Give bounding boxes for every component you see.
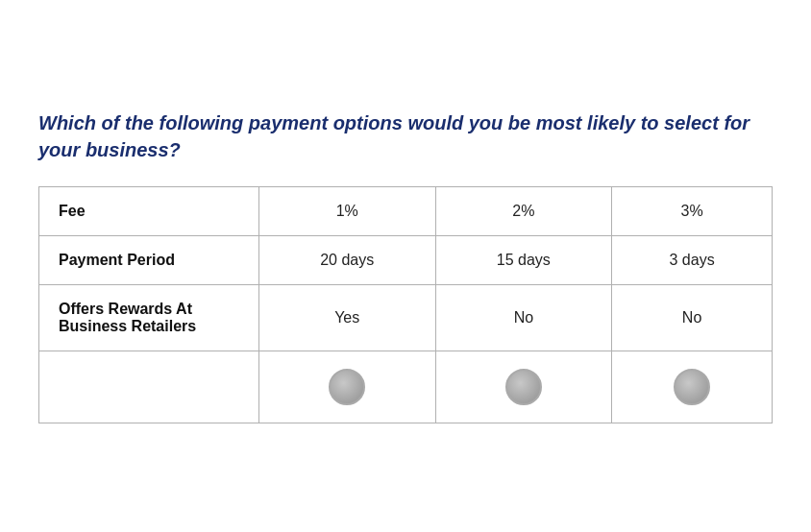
- table-row: Payment Period 20 days 15 days 3 days: [39, 235, 773, 284]
- fee-col2: 2%: [435, 186, 612, 235]
- payment-period-col1: 20 days: [258, 235, 435, 284]
- table-row: Fee 1% 2% 3%: [39, 186, 773, 235]
- survey-question: Which of the following payment options w…: [38, 109, 773, 163]
- radio-cell-2[interactable]: [435, 351, 612, 423]
- row-label-payment-period: Payment Period: [39, 235, 259, 284]
- fee-col3: 3%: [612, 186, 773, 235]
- payment-period-col2: 15 days: [435, 235, 612, 284]
- radio-button-3[interactable]: [674, 369, 710, 405]
- offers-rewards-col2: No: [435, 284, 612, 351]
- options-table: Fee 1% 2% 3% Payment Period 20 days 15 d…: [38, 186, 773, 423]
- radio-cell-3[interactable]: [612, 351, 773, 423]
- survey-container: Which of the following payment options w…: [38, 109, 773, 423]
- radio-button-1[interactable]: [329, 369, 365, 405]
- radio-row: [39, 351, 773, 423]
- radio-row-label: [39, 351, 259, 423]
- offers-rewards-col1: Yes: [258, 284, 435, 351]
- table-row: Offers Rewards At Business Retailers Yes…: [39, 284, 773, 351]
- fee-col1: 1%: [258, 186, 435, 235]
- row-label-offers-rewards: Offers Rewards At Business Retailers: [39, 284, 259, 351]
- offers-rewards-col3: No: [612, 284, 773, 351]
- radio-button-2[interactable]: [505, 369, 542, 405]
- row-label-fee: Fee: [39, 186, 259, 235]
- radio-cell-1[interactable]: [258, 351, 435, 423]
- payment-period-col3: 3 days: [612, 235, 773, 284]
